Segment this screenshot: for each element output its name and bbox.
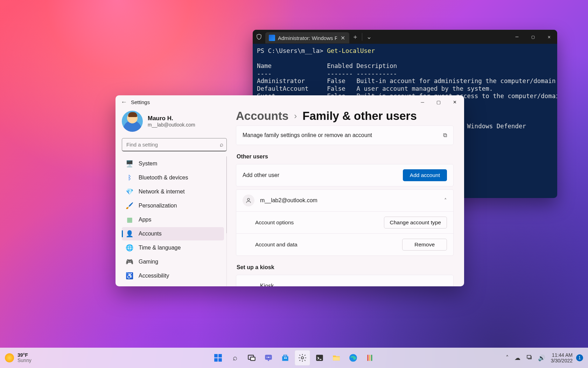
search-input[interactable] [122, 138, 227, 151]
kiosk-card[interactable]: Kiosk [236, 275, 454, 286]
store-icon[interactable] [278, 350, 293, 365]
minimize-button[interactable]: ─ [509, 30, 525, 44]
user-name: Mauro H. [148, 115, 195, 122]
nav-label: Apps [139, 217, 151, 223]
svg-point-9 [267, 357, 267, 357]
settings-sidebar: Mauro H. m__lab@outlook.com ⌕ 🖥️ System … [115, 109, 229, 286]
minimize-button[interactable]: ─ [414, 95, 430, 109]
terminal-command: Get-LocalUser [327, 47, 375, 54]
nav-label: Gaming [139, 259, 158, 265]
nav-label: Accessibility [139, 273, 169, 279]
apps-icon: ▦ [126, 216, 133, 223]
clock-date: 3/30/2022 [551, 358, 573, 363]
edge-icon[interactable] [346, 350, 360, 365]
svg-rect-1 [214, 354, 218, 357]
nav-label: Bluetooth & devices [139, 175, 188, 181]
avatar [122, 111, 143, 132]
user-block[interactable]: Mauro H. m__lab@outlook.com [122, 109, 227, 138]
file-explorer-icon[interactable] [329, 350, 344, 365]
close-button[interactable]: ✕ [541, 30, 557, 44]
taskbar-weather[interactable]: 39°F Sunny [5, 353, 31, 363]
kiosk-label: Kiosk [260, 283, 447, 286]
nav-apps[interactable]: ▦ Apps [122, 213, 224, 226]
svg-rect-14 [316, 355, 323, 361]
chevron-up-icon: ˄ [444, 197, 447, 204]
nav-network[interactable]: 💎 Network & internet [122, 185, 224, 198]
nav-label: Network & internet [139, 189, 185, 195]
close-button[interactable]: ✕ [447, 95, 463, 109]
nav-bluetooth[interactable]: ᛒ Bluetooth & devices [122, 171, 224, 184]
breadcrumb-root[interactable]: Accounts [236, 109, 288, 123]
scrollbar-thumb[interactable] [226, 156, 227, 233]
add-other-user-label: Add other user [243, 172, 403, 178]
manage-family-label: Manage family settings online or remove … [243, 132, 443, 138]
nav-gaming[interactable]: 🎮 Gaming [122, 255, 224, 268]
start-button[interactable] [211, 350, 225, 365]
svg-rect-15 [333, 357, 340, 361]
onedrive-icon[interactable]: ☁ [512, 353, 523, 363]
app-icon[interactable] [363, 350, 377, 365]
search-icon[interactable]: ⌕ [220, 141, 223, 148]
weather-condition: Sunny [18, 358, 31, 363]
page-title: Family & other users [302, 109, 416, 123]
chat-icon[interactable] [261, 350, 276, 365]
remove-button[interactable]: Remove [402, 239, 447, 251]
maximize-button[interactable]: ▢ [525, 30, 541, 44]
account-options-label: Account options [255, 219, 384, 226]
nav-label: Accounts [139, 231, 162, 237]
tab-dropdown-icon[interactable]: ⌄ [363, 30, 375, 44]
settings-taskbar-icon[interactable] [295, 350, 310, 366]
svg-rect-6 [251, 357, 255, 361]
nav-time-language[interactable]: 🌐 Time & language [122, 241, 224, 254]
accounts-icon: 👤 [126, 230, 133, 237]
col-header-name: Name [257, 62, 272, 69]
volume-icon[interactable]: 🔊 [536, 353, 547, 363]
svg-point-10 [270, 357, 270, 357]
settings-titlebar[interactable]: ← Settings ─ ▢ ✕ [115, 95, 464, 109]
settings-main: Accounts › Family & other users Manage f… [229, 109, 464, 286]
external-link-icon: ⧉ [443, 132, 447, 138]
notification-badge[interactable]: 1 [576, 354, 583, 361]
task-view-icon[interactable] [244, 350, 259, 365]
back-icon[interactable]: ← [117, 98, 131, 106]
manage-family-card[interactable]: Manage family settings online or remove … [236, 125, 454, 145]
terminal-tab-title: Administrator: Windows Powe [278, 35, 337, 41]
add-account-button[interactable]: Add account [403, 169, 447, 181]
clock-time: 11:44 AM [551, 352, 573, 358]
nav-system[interactable]: 🖥️ System [122, 157, 224, 170]
add-other-user-card: Add other user Add account [236, 164, 454, 186]
taskbar-search-icon[interactable]: ⌕ [227, 350, 242, 365]
settings-nav: 🖥️ System ᛒ Bluetooth & devices 💎 Networ… [122, 156, 227, 286]
svg-rect-20 [527, 355, 531, 358]
maximize-button[interactable]: ▢ [430, 95, 447, 109]
nav-accounts[interactable]: 👤 Accounts [122, 227, 224, 240]
svg-rect-12 [286, 357, 287, 359]
svg-rect-19 [371, 355, 372, 361]
col-header-enabled: Enabled [327, 62, 353, 69]
terminal-prompt: PS C:\Users\m__la> [257, 47, 323, 54]
other-users-heading: Other users [237, 154, 454, 160]
new-tab-button[interactable]: ＋ [349, 30, 361, 44]
listed-user-card: m__lab2@outlook.com ˄ Account options Ch… [236, 189, 454, 256]
listed-user-email: m__lab2@outlook.com [260, 197, 444, 204]
tray-chevron-up-icon[interactable]: ˄ [504, 353, 511, 363]
change-account-type-button[interactable]: Change account type [384, 217, 447, 229]
svg-point-0 [247, 198, 250, 200]
user-email: m__lab@outlook.com [148, 122, 195, 128]
network-icon: 💎 [126, 188, 133, 195]
svg-rect-2 [218, 354, 222, 357]
terminal-taskbar-icon[interactable] [312, 350, 327, 365]
tray-indicator-icon[interactable] [524, 353, 534, 363]
nav-accessibility[interactable]: ♿ Accessibility [122, 269, 224, 282]
sun-icon [5, 353, 14, 362]
tab-close-icon[interactable]: ✕ [340, 35, 346, 41]
taskbar-clock[interactable]: 11:44 AM 3/30/2022 [549, 352, 575, 363]
settings-window: ← Settings ─ ▢ ✕ Mauro H. m__lab@outlook… [115, 95, 464, 286]
listed-user-header[interactable]: m__lab2@outlook.com ˄ [236, 190, 453, 211]
nav-personalization[interactable]: 🖌️ Personalization [122, 199, 224, 212]
gaming-icon: 🎮 [126, 258, 133, 265]
bluetooth-icon: ᛒ [126, 174, 133, 181]
terminal-tab[interactable]: Administrator: Windows Powe ✕ [265, 32, 349, 43]
shield-icon [253, 30, 265, 44]
terminal-titlebar[interactable]: Administrator: Windows Powe ✕ ＋ ⌄ ─ ▢ ✕ [253, 30, 557, 44]
